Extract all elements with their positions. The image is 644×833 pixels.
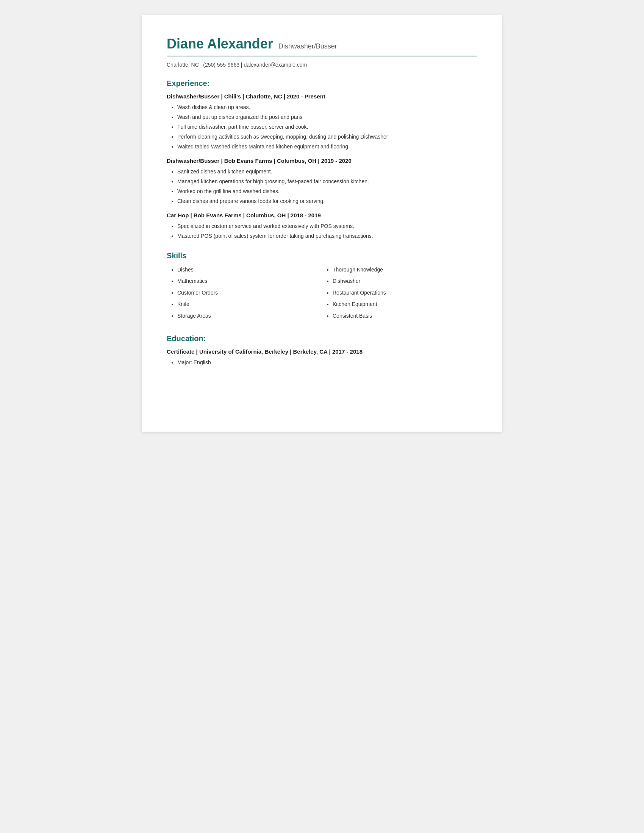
job-title-1: Dishwasher/Busser | Chili's | Charlotte,… <box>167 93 477 100</box>
list-item: Specialized in customer service and work… <box>177 222 477 230</box>
list-item: Clean dishes and prepare various foods f… <box>177 197 477 205</box>
list-item: Dishwasher <box>333 277 477 285</box>
list-item: Consistent Basis <box>333 312 477 320</box>
list-item: Dishes <box>177 265 322 274</box>
skills-section: Skills Dishes Mathematics Customer Order… <box>167 251 477 323</box>
list-item: Perform cleaning activities such as swee… <box>177 133 477 141</box>
list-item: Wash and put up dishes organized the pos… <box>177 113 477 121</box>
header-job-title: Dishwasher/Busser <box>279 42 337 50</box>
list-item: Storage Areas <box>177 312 322 320</box>
list-item: Customer Orders <box>177 288 322 297</box>
job-1-bullets: Wash dishes & clean up areas. Wash and p… <box>167 103 477 151</box>
skills-right: Thorough Knowledge Dishwasher Restaurant… <box>322 265 477 323</box>
job-title-3: Car Hop | Bob Evans Farms | Columbus, OH… <box>167 212 477 219</box>
experience-section: Experience: Dishwasher/Busser | Chili's … <box>167 79 477 240</box>
full-name: Diane Alexander <box>167 36 273 52</box>
education-bullets: Major: English <box>167 359 477 367</box>
skills-grid: Dishes Mathematics Customer Orders Knife… <box>167 265 477 323</box>
resume-container: Diane Alexander Dishwasher/Busser Charlo… <box>142 15 502 432</box>
list-item: Worked on the grill line and washed dish… <box>177 187 477 195</box>
job-title-2: Dishwasher/Busser | Bob Evans Farms | Co… <box>167 158 477 164</box>
education-title: Education: <box>167 334 477 343</box>
job-2-bullets: Sanitized dishes and kitchen equipment. … <box>167 168 477 205</box>
list-item: Wash dishes & clean up areas. <box>177 103 477 111</box>
job-3-bullets: Specialized in customer service and work… <box>167 222 477 240</box>
list-item: Thorough Knowledge <box>333 265 477 274</box>
list-item: Waited tabled Washed dishes Maintained k… <box>177 143 477 151</box>
name-line: Diane Alexander Dishwasher/Busser <box>167 36 477 52</box>
list-item: Managed kitchen operations for high gros… <box>177 178 477 185</box>
list-item: Knife <box>177 300 322 308</box>
skills-title: Skills <box>167 251 477 260</box>
list-item: Mathematics <box>177 277 322 285</box>
header-divider <box>167 56 477 56</box>
list-item: Sanitized dishes and kitchen equipment. <box>177 168 477 176</box>
list-item: Kitchen Equipment <box>333 300 477 308</box>
list-item: Restaurant Operations <box>333 288 477 297</box>
experience-title: Experience: <box>167 79 477 88</box>
education-section: Education: Certificate | University of C… <box>167 334 477 367</box>
list-item: Full time dishwasher, part time busser, … <box>177 123 477 131</box>
contact-info: Charlotte, NC | (250) 555-9663 | dalexan… <box>167 62 477 68</box>
list-item: Mastered POS (point of sales) system for… <box>177 232 477 240</box>
header-section: Diane Alexander Dishwasher/Busser Charlo… <box>167 36 477 68</box>
education-entry-title: Certificate | University of California, … <box>167 348 477 355</box>
skills-left: Dishes Mathematics Customer Orders Knife… <box>167 265 322 323</box>
list-item: Major: English <box>177 359 477 367</box>
